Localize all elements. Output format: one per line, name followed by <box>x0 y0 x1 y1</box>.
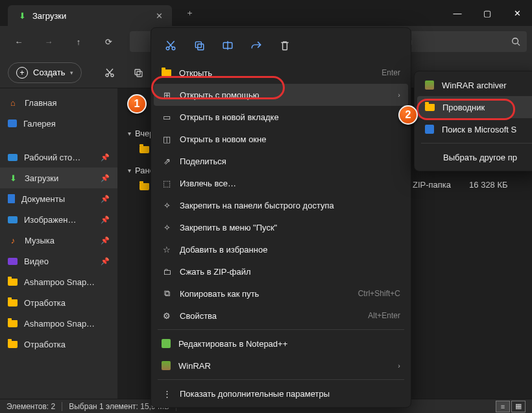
folder-icon <box>8 279 18 286</box>
window-icon: ◫ <box>162 134 172 144</box>
ctx-label: Открыть с помощью <box>180 90 259 100</box>
sidebar-label: Отработка <box>24 298 66 308</box>
document-icon <box>8 194 15 203</box>
sidebar-label: Главная <box>25 98 56 108</box>
sidebar-home[interactable]: ⌂Главная <box>0 92 117 113</box>
cut-button[interactable] <box>158 34 184 56</box>
search-box[interactable]: ки <box>397 31 527 52</box>
close-button[interactable]: ✕ <box>502 0 532 26</box>
sub-other[interactable]: Выбрать другое пр <box>417 146 532 168</box>
window-controls: — ▢ ✕ <box>442 0 532 26</box>
svg-point-3 <box>111 74 114 77</box>
sub-label: WinRAR archiver <box>442 81 507 90</box>
tab-title: Загрузки <box>32 11 66 21</box>
item-count: Элементов: 2 <box>6 402 55 411</box>
pin-icon: 📌 <box>101 174 110 182</box>
pin-icon: 📌 <box>101 216 110 224</box>
tab-icon: ▭ <box>162 112 172 122</box>
sidebar-label: Галерея <box>23 119 56 129</box>
ctx-winrar[interactable]: WinRAR› <box>154 355 408 377</box>
file-size: 16 328 КБ <box>469 180 507 190</box>
copy-button[interactable] <box>126 61 151 84</box>
ctx-open-with[interactable]: ⊞Открыть с помощью› <box>154 84 408 106</box>
new-tab-button[interactable]: ＋ <box>176 1 203 25</box>
ctx-extract[interactable]: ⬚Извлечь все… <box>154 172 408 194</box>
zip-icon: 🗀 <box>162 266 172 277</box>
star-icon: ☆ <box>162 244 172 255</box>
sidebar-videos[interactable]: Видео📌 <box>0 251 117 271</box>
sidebar-downloads[interactable]: ⬇Загрузки📌 <box>0 168 117 188</box>
pictures-icon <box>8 216 18 223</box>
ctx-favorite[interactable]: ☆Добавить в избранное <box>154 238 408 260</box>
ctx-new-window[interactable]: ◫Открыть в новом окне <box>154 128 408 150</box>
sidebar-pictures[interactable]: Изображен…📌 <box>0 209 117 230</box>
ctx-label: Открыть <box>179 68 212 78</box>
maximize-button[interactable]: ▢ <box>472 0 502 26</box>
sidebar-documents[interactable]: Документы📌 <box>0 188 117 209</box>
ctx-label: Редактировать в Notepad++ <box>178 339 287 349</box>
shortcut: Ctrl+Shift+C <box>358 289 400 298</box>
back-button[interactable]: ← <box>5 30 32 53</box>
ctx-properties[interactable]: ⚙СвойстваAlt+Enter <box>154 305 408 327</box>
notepad-icon <box>162 339 171 348</box>
pin-icon: 📌 <box>101 153 110 162</box>
details-view-button[interactable]: ≡ <box>496 401 510 412</box>
sub-label: Выбрать другое пр <box>443 153 517 162</box>
chevron-right-icon: › <box>398 91 400 99</box>
file-type: ZIP-папка <box>413 180 451 190</box>
forward-button[interactable]: → <box>35 30 62 53</box>
sidebar-label: Ashampoo Snap… <box>24 319 95 329</box>
sidebar-desktop[interactable]: Рабочий сто…📌 <box>0 147 117 168</box>
winrar-icon <box>162 361 171 370</box>
icons-view-button[interactable]: ▦ <box>511 401 526 412</box>
minimize-button[interactable]: — <box>442 0 472 26</box>
sidebar-label: Документы <box>21 194 65 204</box>
up-button[interactable]: ↑ <box>65 30 92 53</box>
ctx-label: Сжать в ZIP-файл <box>180 267 251 277</box>
rename-button[interactable] <box>215 34 241 56</box>
sidebar-label: Загрузки <box>25 173 58 183</box>
ctx-notepad[interactable]: Редактировать в Notepad++ <box>154 332 408 355</box>
badge-1: 1 <box>127 94 147 114</box>
sidebar-folder[interactable]: Ashampoo Snap… <box>0 313 117 334</box>
sidebar-gallery[interactable]: Галерея <box>0 113 117 134</box>
pin-icon: ✧ <box>162 222 172 232</box>
sidebar-label: Ashampoo Snap… <box>24 277 95 287</box>
sidebar-folder[interactable]: Отработка <box>0 334 117 355</box>
ctx-label: Копировать как путь <box>180 289 259 299</box>
ctx-open[interactable]: ОткрытьEnter <box>154 62 408 84</box>
ctx-more[interactable]: ⋮Показать дополнительные параметры <box>154 382 408 405</box>
delete-button[interactable] <box>272 34 298 56</box>
ctx-label: Поделиться <box>180 156 226 166</box>
sidebar-music[interactable]: ♪Музыка📌 <box>0 230 117 251</box>
folder-icon <box>8 320 18 327</box>
ctx-new-tab[interactable]: ▭Открыть в новой вкладке <box>154 106 408 128</box>
copy-button[interactable] <box>186 34 212 56</box>
ctx-pin-quick[interactable]: ✧Закрепить на панели быстрого доступа <box>154 194 408 216</box>
sub-store[interactable]: Поиск в Microsoft S <box>417 118 532 140</box>
gear-icon: ⚙ <box>162 310 172 321</box>
ctx-copy-path[interactable]: ⧉Копировать как путьCtrl+Shift+C <box>154 282 408 305</box>
sidebar-folder[interactable]: Отработка <box>0 292 117 313</box>
tab-close-icon[interactable]: ✕ <box>156 11 163 21</box>
sub-winrar[interactable]: WinRAR archiver <box>417 74 532 96</box>
sub-explorer[interactable]: Проводник <box>417 96 532 118</box>
share-button[interactable] <box>243 34 269 56</box>
ctx-pin-start[interactable]: ✧Закрепить в меню "Пуск" <box>154 216 408 238</box>
cut-button[interactable] <box>97 61 122 84</box>
refresh-button[interactable]: ⟳ <box>95 30 122 53</box>
extract-icon: ⬚ <box>162 178 172 188</box>
sub-label: Проводник <box>442 103 485 112</box>
path-icon: ⧉ <box>162 288 172 299</box>
zip-icon <box>139 183 149 190</box>
folder-icon <box>162 69 171 77</box>
ctx-label: Показать дополнительные параметры <box>180 389 330 399</box>
ctx-zip[interactable]: 🗀Сжать в ZIP-файл <box>154 260 408 282</box>
file-columns: ZIP-папка 16 328 КБ <box>413 180 508 190</box>
winrar-icon <box>425 81 434 90</box>
ctx-share[interactable]: ⇗Поделиться <box>154 150 408 172</box>
apps-icon: ⊞ <box>162 90 172 100</box>
window-tab[interactable]: ⬇ Загрузки ✕ <box>8 5 172 26</box>
create-button[interactable]: + Создать ▾ <box>8 62 82 83</box>
sidebar-folder[interactable]: Ashampoo Snap… <box>0 271 117 292</box>
